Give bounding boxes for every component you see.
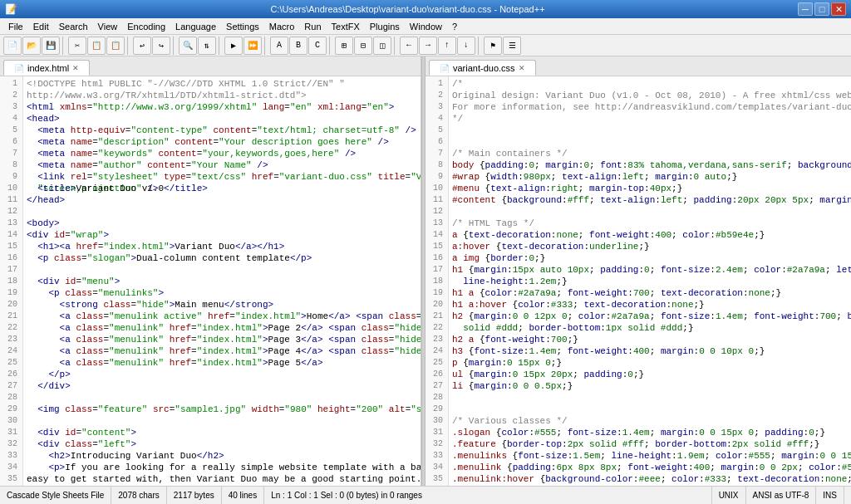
line-number: 7 bbox=[2, 148, 20, 159]
code-line: Original design: Variant Duo (v1.0 - Oct… bbox=[452, 90, 848, 101]
status-line-ending: UNIX bbox=[712, 487, 746, 504]
tab-label: variant-duo.css bbox=[453, 63, 515, 73]
toolbar-button[interactable]: 📋 bbox=[106, 37, 125, 55]
code-line: h2 a {font-weight:700;} bbox=[452, 334, 848, 345]
line-number: 34 bbox=[428, 462, 445, 473]
toolbar-button[interactable]: ↪ bbox=[152, 37, 170, 55]
menu-item-plugins[interactable]: Plugins bbox=[365, 20, 405, 33]
right-code-content[interactable]: /*Original design: Variant Duo (v1.0 - O… bbox=[449, 76, 851, 486]
line-number: 6 bbox=[2, 136, 20, 148]
menu-item-language[interactable]: Language bbox=[170, 20, 221, 33]
toolbar-button[interactable]: C bbox=[308, 37, 327, 55]
code-line: /* Main containers */ bbox=[452, 148, 848, 159]
toolbar-button[interactable]: ▶ bbox=[224, 37, 243, 55]
code-line: /* HTML Tags */ bbox=[452, 218, 848, 229]
code-line: solid #ddd; border-bottom:1px solid #ddd… bbox=[452, 322, 848, 334]
code-line bbox=[452, 404, 848, 415]
menu-item-encoding[interactable]: Encoding bbox=[122, 20, 170, 33]
code-line: <a class="menulink" href="index.html">Pa… bbox=[27, 334, 417, 345]
line-number: 4 bbox=[428, 113, 445, 125]
menu-item-search[interactable]: Search bbox=[54, 20, 93, 33]
maximize-button[interactable]: □ bbox=[814, 2, 829, 16]
code-line: <div id="content"> bbox=[27, 427, 417, 438]
code-line: <div id="wrap"> bbox=[27, 229, 417, 241]
toolbar-button[interactable]: A bbox=[270, 37, 288, 55]
line-number: 29 bbox=[2, 404, 20, 415]
toolbar-button[interactable]: 🔍 bbox=[179, 37, 197, 55]
line-number: 28 bbox=[2, 392, 20, 404]
toolbar-button[interactable]: ↑ bbox=[438, 37, 456, 55]
menu-item-?[interactable]: ? bbox=[447, 20, 462, 33]
tab-close-button[interactable]: ✕ bbox=[519, 64, 525, 72]
menu-item-settings[interactable]: Settings bbox=[221, 20, 264, 33]
code-line: <p class="slogan">Dual-column content te… bbox=[27, 252, 417, 264]
right-editor[interactable]: 1234567891011121314151617181920212223242… bbox=[426, 76, 851, 486]
menu-item-run[interactable]: Run bbox=[299, 20, 326, 33]
close-button[interactable]: ✕ bbox=[831, 2, 846, 16]
toolbar-button[interactable]: ✂ bbox=[68, 37, 86, 55]
toolbar-button[interactable]: 📂 bbox=[22, 37, 41, 55]
menu-item-view[interactable]: View bbox=[93, 20, 123, 33]
line-number: 10 bbox=[428, 183, 445, 194]
minimize-button[interactable]: ─ bbox=[798, 2, 813, 16]
code-line: .slogan {color:#555; font-size:1.4em; ma… bbox=[452, 427, 848, 438]
code-line: </p> bbox=[27, 369, 417, 380]
toolbar-button[interactable]: ⚑ bbox=[484, 37, 502, 55]
toolbar-separator bbox=[478, 37, 481, 55]
code-line: #wrap {width:980px; text-align:left; mar… bbox=[452, 171, 848, 183]
menu-item-edit[interactable]: Edit bbox=[28, 20, 54, 33]
line-number: 21 bbox=[2, 311, 20, 322]
toolbar-button[interactable]: ⊟ bbox=[354, 37, 372, 55]
code-line: <a class="menulink active" href="index.h… bbox=[27, 311, 417, 322]
toolbar-button[interactable]: ← bbox=[400, 37, 418, 55]
code-line: </div> bbox=[27, 380, 417, 392]
code-line: line-height:1.2em;} bbox=[452, 276, 848, 287]
code-line: <strong class="hide">Main menu</strong> bbox=[27, 299, 417, 311]
line-number: 25 bbox=[2, 357, 20, 369]
menu-item-window[interactable]: Window bbox=[405, 20, 447, 33]
left-code-content[interactable]: <!DOCTYPE html PUBLIC "-//W3C//DTD XHTML… bbox=[23, 76, 421, 486]
code-line: easy to get started with, then Variant D… bbox=[27, 473, 417, 485]
line-number: 35 bbox=[428, 473, 445, 485]
line-number: 9 bbox=[2, 171, 20, 183]
code-line: <a class="menulink" href="index.html">Pa… bbox=[27, 345, 417, 357]
menu-item-macro[interactable]: Macro bbox=[264, 20, 300, 33]
code-line: <div class="left"> bbox=[27, 438, 417, 450]
code-line: For more information, see http://andreas… bbox=[452, 101, 848, 113]
tab-close-button[interactable]: ✕ bbox=[72, 64, 79, 72]
menu-item-file[interactable]: File bbox=[3, 20, 28, 33]
code-line: /* Various classes */ bbox=[452, 415, 848, 427]
line-number: 16 bbox=[2, 252, 20, 264]
toolbar-separator bbox=[329, 37, 332, 55]
line-number: 8 bbox=[2, 159, 20, 171]
code-line: h1 a {color:#2a7a9a; font-weight:700; te… bbox=[452, 287, 848, 299]
toolbar-button[interactable]: → bbox=[419, 37, 437, 55]
toolbar-button[interactable]: 📋 bbox=[87, 37, 106, 55]
toolbar-button[interactable]: ⏩ bbox=[243, 37, 262, 55]
line-number: 33 bbox=[428, 450, 445, 462]
toolbar-button[interactable]: ⇅ bbox=[198, 37, 216, 55]
tab-index_html[interactable]: 📄index.html✕ bbox=[3, 60, 90, 76]
toolbar-button[interactable]: 📄 bbox=[3, 37, 22, 55]
toolbar-button[interactable]: ◫ bbox=[373, 37, 391, 55]
line-number: 3 bbox=[2, 101, 20, 113]
line-number: 3 bbox=[428, 101, 445, 113]
code-line: <!DOCTYPE html PUBLIC "-//W3C//DTD XHTML… bbox=[27, 78, 417, 90]
tab-variant-duo_css[interactable]: 📄variant-duo.css✕ bbox=[429, 60, 536, 76]
status-position: Ln : 1 Col : 1 Sel : 0 (0 bytes) in 0 ra… bbox=[264, 487, 711, 504]
toolbar: 📄📂💾✂📋📋↩↪🔍⇅▶⏩ABC⊞⊟◫←→↑↓⚑☰ bbox=[0, 35, 851, 56]
toolbar-button[interactable]: ⊞ bbox=[335, 37, 353, 55]
code-line: .menulink:hover {background-color:#eee; … bbox=[452, 473, 848, 485]
toolbar-button[interactable]: ↩ bbox=[133, 37, 151, 55]
toolbar-button[interactable]: ☰ bbox=[503, 37, 521, 55]
toolbar-button[interactable]: ↓ bbox=[457, 37, 475, 55]
menu-item-textfx[interactable]: TextFX bbox=[327, 20, 365, 33]
line-number: 2 bbox=[2, 90, 20, 101]
code-line: <p>If you are looking for a really simpl… bbox=[27, 462, 417, 473]
code-line: <meta http-equiv="content-type" content=… bbox=[27, 125, 417, 136]
toolbar-button[interactable]: B bbox=[289, 37, 307, 55]
line-number: 4 bbox=[2, 113, 20, 125]
code-line: li {margin:0 0 0.5px;} bbox=[452, 380, 848, 392]
left-editor[interactable]: 1234567891011121314151617181920212223242… bbox=[0, 76, 421, 486]
toolbar-button[interactable]: 💾 bbox=[42, 37, 60, 55]
